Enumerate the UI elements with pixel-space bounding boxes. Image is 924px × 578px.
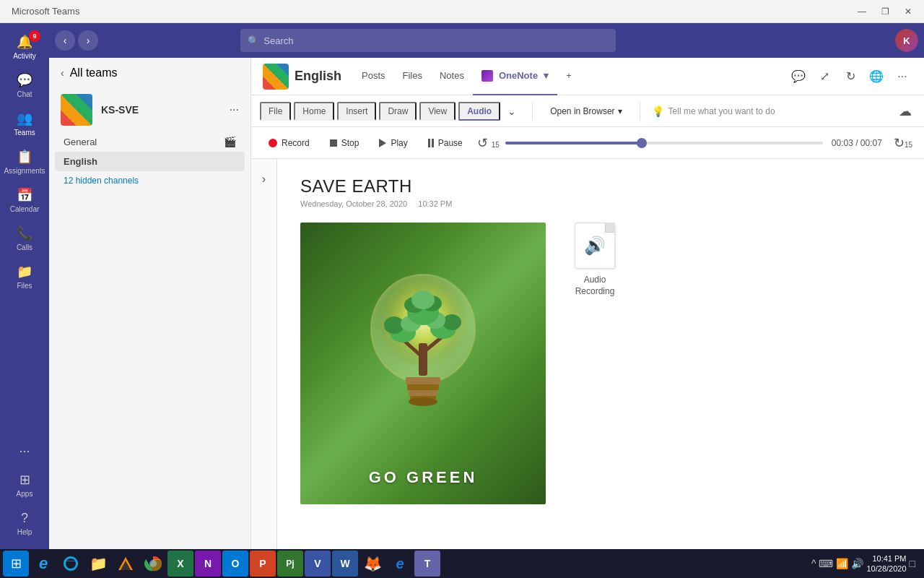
toolbar-tab-draw[interactable]: Draw [379,102,417,121]
toolbar-tab-audio[interactable]: Audio [458,102,500,121]
sidebar-item-files[interactable]: 📁 Files [3,259,46,294]
svg-rect-17 [409,390,437,396]
taskbar-app-vlc[interactable] [113,551,139,577]
stop-button[interactable]: Stop [324,135,365,151]
channel-item-general[interactable]: General 🎬 [55,131,245,152]
calls-icon: 📞 [16,225,33,242]
open-browser-label: Open in Browser [550,106,614,116]
expand-button[interactable]: ⤢ [814,66,834,87]
sidebar-apps-label: Apps [17,490,33,498]
sidebar-item-calls[interactable]: 📞 Calls [3,220,46,256]
sidebar-item-teams[interactable]: 👥 Teams [3,105,46,141]
team-name-text: KS-SVE [101,104,139,116]
sidebar-item-activity[interactable]: 9 🔔 Activity [3,29,46,64]
sidebar-item-label: Calendar [10,205,40,213]
svg-rect-15 [406,377,440,384]
close-button[interactable]: ✕ [898,1,918,22]
team-item[interactable]: KS-SVE ··· [49,88,250,131]
play-button[interactable]: Play [373,135,413,151]
hidden-channels-link[interactable]: 12 hidden channels [55,171,245,190]
video-icon: 🎬 [224,136,236,147]
open-in-browser-button[interactable]: Open in Browser ▾ [544,103,627,119]
audio-recording-file[interactable]: 🔊 AudioRecording [575,223,615,297]
teams-icon: 👥 [16,110,33,127]
tray-clock: 10:41 PM 10/28/2020 [866,553,906,574]
sidebar-item-more[interactable]: ··· [3,438,46,464]
forward-button[interactable]: ↻15 [894,135,912,151]
toolbar-tab-view[interactable]: View [419,102,456,121]
taskbar-app-project[interactable]: Pj [277,551,303,577]
user-avatar[interactable]: K [895,29,918,52]
pause-label: Pause [438,138,463,148]
sidebar-item-apps[interactable]: ⊞ Apps [3,467,46,502]
sidebar-item-chat[interactable]: 💬 Chat [3,67,46,103]
refresh-button[interactable]: ↻ [840,66,860,87]
tab-files[interactable]: Files [394,58,431,95]
audio-slider[interactable] [505,142,823,144]
sidebar-item-calendar[interactable]: 📅 Calendar [3,182,46,217]
toolbar-tab-home[interactable]: Home [294,102,334,121]
assignments-icon: 📋 [16,148,33,165]
taskbar-app-teams[interactable]: T [414,551,440,577]
main-content: English Posts Files Notes O [251,58,924,549]
tab-notes[interactable]: Notes [431,58,473,95]
cloud-status-button[interactable]: ☁ [895,101,915,121]
pause-button[interactable]: Pause [422,135,468,151]
tab-onenote[interactable]: OneNote ▾ [473,58,557,95]
add-tab-icon: + [566,70,572,81]
note-sidebar-toggle: › [251,159,277,549]
app-top-bar: ‹ › 🔍 K [49,23,924,58]
taskbar-app-explorer[interactable]: 📁 [85,551,111,577]
notification-icon[interactable]: □ [910,558,915,569]
record-button[interactable]: Record [263,135,315,151]
tell-me-input[interactable]: 💡 Tell me what you want to do [652,105,889,117]
tab-add[interactable]: + [557,58,580,95]
more-button[interactable]: ··· [892,66,912,87]
sidebar-toggle-button[interactable]: › [256,171,273,188]
taskbar-app-ie[interactable]: e [30,551,56,577]
taskbar-app-outlook[interactable]: O [222,551,248,577]
search-input[interactable] [263,35,609,46]
svg-point-9 [443,314,461,330]
team-more-options-button[interactable]: ··· [230,103,239,116]
taskbar-app-visio[interactable]: V [305,551,331,577]
taskbar-app-excel[interactable]: X [167,551,193,577]
sidebar-item-help[interactable]: ? Help [3,505,46,540]
rewind-button[interactable]: ↺ 15 [477,135,500,151]
header-actions: 💬 ⤢ ↻ 🌐 ··· [788,66,912,87]
back-to-teams-button[interactable]: ‹ [61,67,64,79]
pause-icon [428,139,434,147]
channel-name-header: English [295,69,341,84]
toolbar-tabs-group: File Home Insert Draw View Audio ⌄ [260,102,520,121]
forward-button[interactable]: › [78,30,98,51]
tab-posts[interactable]: Posts [353,58,394,95]
team-name: KS-SVE [101,104,139,116]
taskbar-app-onenote[interactable]: N [195,551,221,577]
taskbar-start-button[interactable]: ⊞ [3,551,29,577]
sidebar-item-assignments[interactable]: 📋 Assignments [3,144,46,179]
window-title: Microsoft Teams [12,6,79,17]
divider2 [640,103,640,120]
minimize-button[interactable]: — [852,1,872,22]
stop-square-icon [330,139,337,147]
maximize-button[interactable]: ❐ [875,1,895,22]
taskbar-app-chrome[interactable] [140,551,166,577]
toolbar-tab-insert[interactable]: Insert [337,102,376,121]
volume-icon[interactable]: 🔊 [851,558,863,569]
rewind-label: ↺ [477,136,488,150]
tray-chevron-icon[interactable]: ^ [811,558,816,569]
back-button[interactable]: ‹ [55,30,75,51]
taskbar-app-powerpoint[interactable]: P [250,551,276,577]
taskbar-app-firefox[interactable]: 🦊 [359,551,385,577]
toolbar-more-chevron[interactable]: ⌄ [503,103,520,120]
chat-action-button[interactable]: 💬 [788,66,808,87]
tray-time-text: 10:41 PM [866,553,906,564]
toolbar-tab-file[interactable]: File [260,102,291,121]
search-bar[interactable]: 🔍 [240,29,616,52]
sidebar-item-label: Calls [17,243,32,251]
taskbar-app-edge[interactable]: e [387,551,413,577]
taskbar-app-edge-legacy[interactable] [58,551,84,577]
taskbar-app-word[interactable]: W [332,551,358,577]
channel-item-english[interactable]: English [55,152,245,171]
globe-button[interactable]: 🌐 [866,66,886,87]
